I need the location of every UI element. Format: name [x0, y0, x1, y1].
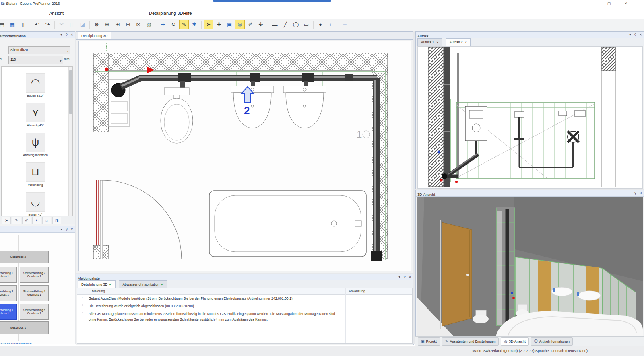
message-row[interactable]: ▫ Die Berechnung wurde erfolgreich abges… [77, 302, 412, 310]
toolbar-button[interactable]: ↶ [32, 20, 42, 29]
toolbar-button[interactable]: ▯ [18, 20, 28, 29]
horizontal-splitter[interactable] [415, 189, 644, 190]
part-item[interactable]: ⋎ Abzweig 45° [3, 103, 68, 127]
pin-icon[interactable]: ⚲ [633, 32, 638, 38]
elevation-tab[interactable]: Aufriss 2✕ [446, 38, 471, 46]
toolbar-button[interactable]: ✂ [57, 20, 66, 29]
filter-button[interactable]: ◨ [52, 217, 61, 224]
riser-cell[interactable]: Stockwerkleitung 1Geschoss 1 [0, 267, 17, 283]
diameter-select[interactable]: 110▼ [8, 56, 63, 64]
toolbar-button[interactable]: ✐ [246, 20, 255, 29]
toolbar-button[interactable]: ✛ [158, 20, 168, 29]
toolbar-button[interactable]: ▬ [270, 20, 280, 29]
toolbar-button[interactable]: ✣ [256, 20, 266, 29]
riser-cell[interactable]: Stockwerkleitung 4Geschoss 1 [20, 285, 49, 301]
pipe-system-select[interactable]: Silent-db20▼ [8, 46, 70, 54]
toolbar-button[interactable]: ✚ [214, 20, 224, 29]
menu-item[interactable]: Hilfe [183, 8, 192, 19]
filter-button[interactable]: ✐ [22, 217, 31, 224]
riser-cell[interactable]: Stockwerkleitung 6Geschoss 1 [20, 304, 49, 320]
nav-tab[interactable]: ▣ Projekt [418, 337, 440, 346]
pin-icon[interactable]: ⚲ [633, 190, 638, 196]
close-button[interactable]: ✕ [621, 1, 630, 7]
toolbar-button[interactable] [268, 21, 268, 29]
vertical-splitter[interactable] [413, 31, 415, 344]
minimize-button[interactable]: — [588, 1, 597, 7]
toolbar-button[interactable]: ▧ [144, 20, 154, 29]
tab-close-icon[interactable]: ✕ [464, 41, 467, 44]
toolbar-button[interactable]: ✎ [179, 20, 189, 29]
toolbar-button[interactable]: ▤ [0, 20, 7, 29]
close-icon[interactable]: ✕ [638, 32, 643, 38]
close-icon[interactable]: ✕ [69, 226, 74, 232]
nav-tab[interactable]: ⓘ Artikelinformationen [531, 337, 573, 346]
pin-icon[interactable]: ⚲ [402, 274, 407, 280]
panel-menu-icon[interactable]: ▾ [397, 274, 402, 280]
part-item[interactable]: ◠ Bogen 88.5° [3, 73, 68, 97]
toolbar-button[interactable]: ◯ [291, 20, 301, 29]
close-icon[interactable]: ✕ [69, 32, 74, 38]
toolbar-button[interactable]: ⊖ [102, 20, 112, 29]
vertical-splitter[interactable] [75, 31, 76, 344]
elevation-tab[interactable]: Aufriss 1✕ [417, 38, 442, 46]
toolbar-button[interactable]: ⊕ [92, 20, 101, 29]
scrollbar[interactable] [68, 67, 72, 216]
close-icon[interactable]: ✕ [638, 190, 643, 196]
horizontal-splitter[interactable] [76, 273, 413, 274]
nav-tab[interactable]: ◍ 3D-Ansicht [501, 337, 528, 346]
menu-item[interactable]: Detailplanung 3D [149, 8, 183, 19]
messages-tab[interactable]: Abwasserrohrfabrikation✔ [119, 280, 167, 288]
message-row[interactable]: ▫ Alle GIS Montageplatten müssen an mind… [77, 310, 412, 323]
view-3d-canvas[interactable] [417, 197, 643, 336]
toolbar-button[interactable]: ↻ [169, 20, 178, 29]
scrollbar-thumb[interactable] [69, 70, 72, 114]
toolbar-button[interactable]: ● [316, 20, 325, 29]
pin-icon[interactable]: ⚲ [64, 32, 69, 38]
menu-item[interactable]: Ansicht [49, 8, 64, 19]
riser-cell[interactable]: Stockwerkleitung 3Geschoss 1 [0, 285, 17, 301]
toolbar-button[interactable]: ◎ [235, 20, 245, 29]
floor-plan-canvas[interactable]: 2 1 [78, 41, 411, 272]
toolbar-button[interactable]: ◫ [67, 20, 77, 29]
maximize-button[interactable]: ▢ [605, 1, 613, 7]
toolbar-button[interactable]: ➤ [204, 20, 213, 29]
floor-band-bottom[interactable]: Geschoss 1 [0, 321, 49, 334]
filter-button[interactable]: ⌂ [42, 217, 51, 224]
panel-menu-icon[interactable]: ▾ [59, 32, 64, 38]
close-icon[interactable]: ✕ [407, 274, 413, 280]
toolbar-button[interactable] [313, 21, 314, 29]
toolbar-button[interactable]: ⊟ [123, 20, 133, 29]
tab-close-icon[interactable]: ✕ [436, 41, 439, 44]
toolbar-button[interactable]: ╱ [281, 20, 290, 29]
toolbar-button[interactable]: ▣ [225, 20, 234, 29]
filter-button[interactable]: ✦ [32, 217, 41, 224]
toolbar-button[interactable]: ⊞ [113, 20, 122, 29]
toolbar-button[interactable]: ✱ [190, 20, 199, 29]
nav-tab[interactable]: ✎ Assistenten und Einstellungen [442, 337, 499, 346]
toolbar-button[interactable] [54, 21, 55, 29]
toolbar-button[interactable]: ▭ [301, 20, 311, 29]
toolbar-button[interactable]: ▦ [8, 20, 17, 29]
toolbar-button[interactable] [156, 21, 156, 29]
riser-cell[interactable]: Stockwerkleitung 5Geschoss 1 [0, 304, 17, 320]
filter-button[interactable]: ➤ [2, 217, 11, 224]
toolbar-button[interactable]: ⊠ [134, 20, 143, 29]
panel-menu-icon[interactable]: ▾ [627, 32, 633, 38]
toolbar-button[interactable] [89, 21, 90, 29]
toolbar-button[interactable]: ◐ [326, 20, 336, 29]
panel-menu-icon[interactable]: ▾ [59, 226, 64, 232]
messages-tab[interactable]: Detailplanung 3D✔ [78, 280, 116, 288]
toolbar-button[interactable] [30, 21, 30, 29]
toolbar-button[interactable] [338, 21, 338, 29]
message-row[interactable]: ▫ Geberit AquaClean Modelle benötigen St… [77, 295, 412, 302]
part-item[interactable]: ◡ Bogen 45° [3, 192, 68, 216]
elevation-view[interactable] [417, 46, 643, 189]
riser-cell[interactable]: Stockwerkleitung 2Geschoss 1 [20, 267, 49, 283]
floor-band-top[interactable]: Geschoss 2 [0, 251, 49, 263]
filter-button[interactable]: ✎ [12, 217, 21, 224]
part-item[interactable]: ⊔ Verbindung [3, 162, 68, 187]
tab-detailplanung-3d[interactable]: Detailplanung 3D [78, 32, 111, 39]
toolbar-button[interactable]: ≣ [340, 20, 350, 29]
toolbar-button[interactable]: ↷ [43, 20, 52, 29]
toolbar-button[interactable] [201, 21, 202, 29]
